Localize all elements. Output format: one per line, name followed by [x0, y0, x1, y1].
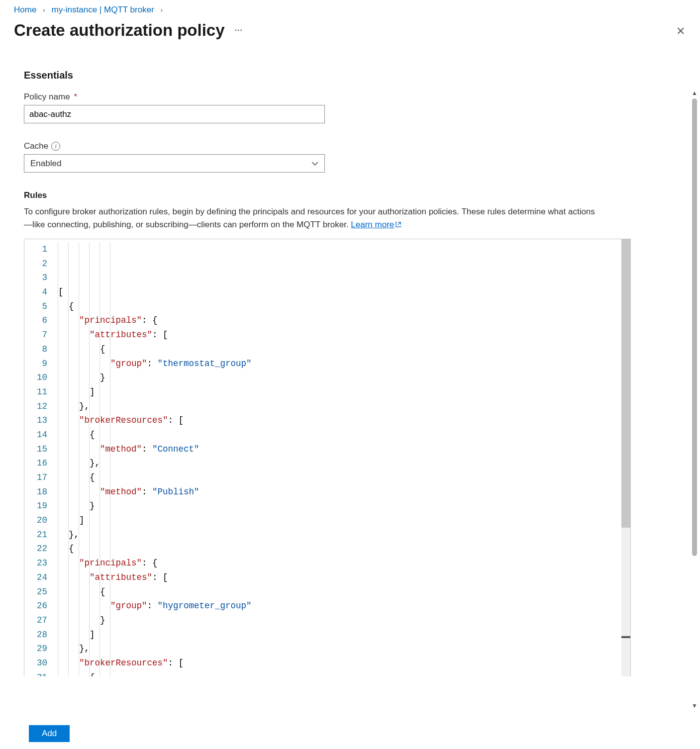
- cache-select[interactable]: Enabled: [24, 154, 325, 173]
- chevron-right-icon: ›: [161, 6, 163, 14]
- code-line[interactable]: {: [58, 428, 630, 442]
- cache-selected-value: Enabled: [30, 159, 61, 169]
- editor-minimap[interactable]: [621, 239, 630, 676]
- scroll-up-icon[interactable]: ▲: [692, 90, 698, 96]
- close-button[interactable]: ✕: [676, 25, 685, 38]
- editor-line-gutter: 1234567891011121314151617181920212223242…: [24, 239, 56, 676]
- cache-label: Cache: [24, 141, 48, 151]
- editor-minimap-thumb[interactable]: [621, 239, 630, 528]
- more-actions-button[interactable]: ···: [235, 26, 243, 35]
- code-line[interactable]: },: [58, 456, 630, 470]
- rules-json-editor[interactable]: 1234567891011121314151617181920212223242…: [24, 239, 631, 676]
- code-line[interactable]: "principals": {: [58, 556, 630, 570]
- code-line[interactable]: {: [58, 299, 630, 314]
- code-line[interactable]: "group": "thermostat_group": [58, 357, 630, 371]
- scrollbar-thumb[interactable]: [692, 98, 697, 556]
- code-line[interactable]: {: [58, 670, 630, 676]
- code-line[interactable]: {: [58, 542, 630, 556]
- code-line[interactable]: ]: [58, 513, 630, 528]
- code-line[interactable]: [: [58, 285, 630, 299]
- code-line[interactable]: {: [58, 585, 630, 599]
- policy-name-label: Policy name: [24, 92, 70, 102]
- info-icon[interactable]: i: [51, 142, 60, 151]
- external-link-icon: [395, 221, 401, 228]
- editor-minimap-mark: [621, 636, 630, 638]
- add-button[interactable]: Add: [29, 725, 70, 742]
- code-line[interactable]: },: [58, 528, 630, 542]
- code-line[interactable]: }: [58, 371, 630, 385]
- code-line[interactable]: "group": "hygrometer_group": [58, 599, 630, 613]
- code-line[interactable]: "brokerResources": [: [58, 656, 630, 670]
- code-line[interactable]: {: [58, 342, 630, 357]
- chevron-down-icon: [311, 160, 318, 167]
- required-indicator: *: [74, 92, 78, 102]
- code-line[interactable]: "attributes": [: [58, 328, 630, 342]
- page-title: Create authorization policy: [14, 21, 225, 40]
- scrollbar-track[interactable]: [692, 98, 697, 700]
- code-line[interactable]: ]: [58, 628, 630, 642]
- code-line[interactable]: ]: [58, 385, 630, 399]
- breadcrumb-home[interactable]: Home: [14, 5, 36, 14]
- scroll-down-icon[interactable]: ▼: [692, 702, 698, 709]
- editor-code-body[interactable]: [ { "principals": { "attributes": [ { "g…: [56, 239, 630, 676]
- code-line[interactable]: "brokerResources": [: [58, 413, 630, 428]
- essentials-heading: Essentials: [24, 70, 679, 81]
- breadcrumb-instance[interactable]: my-instance | MQTT broker: [52, 5, 154, 14]
- code-line[interactable]: }: [58, 613, 630, 628]
- code-line[interactable]: },: [58, 642, 630, 656]
- code-line[interactable]: "method": "Connect": [58, 442, 630, 457]
- code-line[interactable]: },: [58, 399, 630, 414]
- rules-description: To configure broker authorization rules,…: [24, 205, 601, 231]
- chevron-right-icon: ›: [43, 6, 45, 14]
- code-line[interactable]: "attributes": [: [58, 570, 630, 585]
- page-scrollbar[interactable]: ▲ ▼: [689, 90, 700, 709]
- breadcrumb: Home › my-instance | MQTT broker ›: [14, 5, 686, 15]
- code-line[interactable]: "method": "Publish": [58, 485, 630, 499]
- learn-more-link[interactable]: Learn more: [351, 220, 401, 229]
- rules-heading: Rules: [24, 190, 679, 200]
- code-line[interactable]: {: [58, 470, 630, 485]
- code-line[interactable]: }: [58, 499, 630, 513]
- code-line[interactable]: "principals": {: [58, 313, 630, 328]
- policy-name-input[interactable]: [24, 105, 325, 123]
